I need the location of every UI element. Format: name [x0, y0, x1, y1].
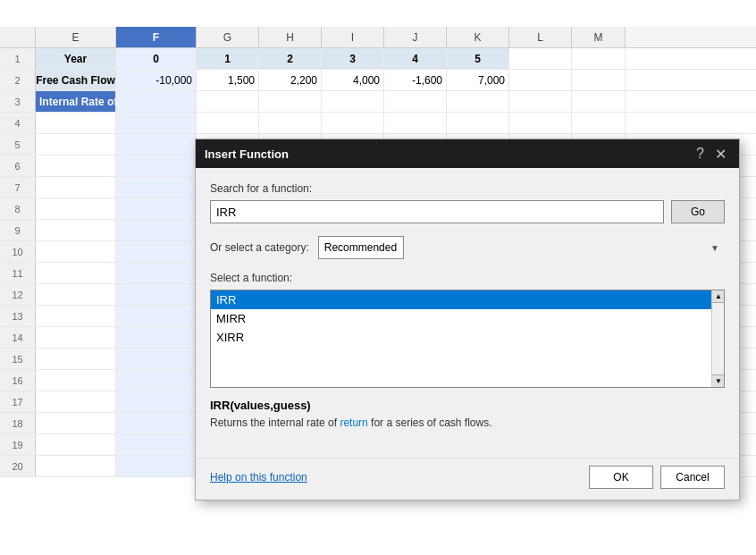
insert-function-dialog: Insert Function ? ✕ Search for a functio…: [195, 139, 740, 500]
row-number: 10: [0, 241, 36, 262]
row-number: 12: [0, 284, 36, 305]
select-function-label: Select a function:: [210, 272, 725, 284]
category-label: Or select a category:: [210, 241, 309, 254]
list-item[interactable]: MIRR: [211, 309, 724, 328]
cell-l2[interactable]: [509, 70, 572, 90]
row-number: 11: [0, 263, 36, 283]
col-header-e: E: [36, 27, 116, 47]
row-number: 6: [0, 156, 36, 176]
list-item[interactable]: XIRR: [211, 328, 724, 347]
cell-k1[interactable]: 5: [447, 48, 509, 69]
cell-h1[interactable]: 2: [259, 48, 322, 69]
cell-l3[interactable]: [509, 91, 572, 112]
function-description: Returns the internal rate of return for …: [210, 416, 725, 431]
cell-g2[interactable]: 1,500: [197, 70, 259, 90]
row-number: 9: [0, 220, 36, 240]
cell-e1[interactable]: Year: [36, 48, 116, 69]
col-header-j: J: [384, 27, 447, 47]
dialog-controls: ? ✕: [693, 146, 730, 163]
row-number: 18: [0, 413, 36, 433]
cell-e4[interactable]: [36, 113, 116, 133]
search-row: Go: [210, 200, 725, 223]
cell-f1[interactable]: 0: [116, 48, 197, 69]
category-select[interactable]: Recommended All Financial Date & Time Ma…: [318, 236, 404, 259]
cell-e5[interactable]: [36, 134, 116, 155]
row-number: 7: [0, 177, 36, 198]
row-number: 17: [0, 391, 36, 412]
table-row: 1 Year 0 1 2 3 4 5: [0, 48, 756, 70]
cell-m1[interactable]: [572, 48, 626, 69]
dialog-close-button[interactable]: ✕: [711, 146, 730, 163]
col-header-g: G: [197, 27, 259, 47]
cell-i2[interactable]: 4,000: [322, 70, 384, 90]
row-number: 2: [0, 70, 36, 90]
category-select-wrapper: Recommended All Financial Date & Time Ma…: [318, 236, 725, 259]
dialog-help-button[interactable]: ?: [693, 146, 708, 162]
cell-h2[interactable]: 2,200: [259, 70, 322, 90]
dialog-footer: Help on this function OK Cancel: [196, 458, 739, 500]
cell-i1[interactable]: 3: [322, 48, 384, 69]
function-signature: IRR(values,guess): [210, 399, 725, 412]
table-row: 3 Internal Rate of Return: [0, 91, 756, 113]
row-number: 13: [0, 306, 36, 326]
scrollbar-up-arrow[interactable]: ▲: [712, 290, 725, 303]
row-number: 20: [0, 456, 36, 476]
row-number: 1: [0, 48, 36, 69]
table-row: 4: [0, 113, 756, 134]
cell-m3[interactable]: [572, 91, 626, 112]
function-desc-highlight: return: [340, 416, 367, 429]
table-row: 2 Free Cash Flow -10,000 1,500 2,200 4,0…: [0, 70, 756, 91]
cell-g1[interactable]: 1: [197, 48, 259, 69]
cancel-button[interactable]: Cancel: [660, 466, 725, 489]
row-num-header: [0, 27, 36, 47]
cell-h3[interactable]: [259, 91, 322, 112]
col-header-i: I: [322, 27, 384, 47]
cell-j2[interactable]: -1,600: [384, 70, 447, 90]
row-number: 19: [0, 434, 36, 455]
row-number: 5: [0, 134, 36, 155]
cell-g3[interactable]: [197, 91, 259, 112]
cell-j1[interactable]: 4: [384, 48, 447, 69]
col-header-f: F: [116, 27, 197, 47]
function-info: IRR(values,guess) Returns the internal r…: [210, 399, 725, 431]
cell-l1[interactable]: [509, 48, 572, 69]
dialog-titlebar: Insert Function ? ✕: [196, 139, 739, 168]
cell-e3[interactable]: Internal Rate of Return: [36, 91, 116, 112]
col-header-h: H: [259, 27, 322, 47]
dialog-body: Search for a function: Go Or select a ca…: [196, 168, 739, 454]
cell-m2[interactable]: [572, 70, 626, 90]
search-input[interactable]: [210, 200, 664, 223]
go-button[interactable]: Go: [671, 200, 725, 223]
cell-f4[interactable]: [116, 113, 197, 133]
function-list-wrapper[interactable]: IRR MIRR XIRR ▲ ▼: [210, 290, 725, 388]
scrollbar-down-arrow[interactable]: ▼: [712, 374, 725, 387]
cell-f3[interactable]: [116, 91, 197, 112]
dialog-title: Insert Function: [205, 147, 289, 161]
row-number: 14: [0, 327, 36, 348]
col-header-l: L: [509, 27, 572, 47]
cell-f2[interactable]: -10,000: [116, 70, 197, 90]
col-header-m: M: [572, 27, 626, 47]
cell-j3[interactable]: [384, 91, 447, 112]
row-number: 3: [0, 91, 36, 112]
cell-k2[interactable]: 7,000: [447, 70, 509, 90]
row-number: 16: [0, 370, 36, 391]
ok-button[interactable]: OK: [589, 466, 653, 489]
cell-i3[interactable]: [322, 91, 384, 112]
function-list: IRR MIRR XIRR: [211, 290, 724, 347]
cell-e2[interactable]: Free Cash Flow: [36, 70, 116, 90]
row-number: 8: [0, 198, 36, 219]
cell-k3[interactable]: [447, 91, 509, 112]
column-headers: E F G H I J K L M: [0, 27, 756, 48]
category-row: Or select a category: Recommended All Fi…: [210, 236, 725, 259]
search-label: Search for a function:: [210, 182, 725, 195]
function-desc-pre: Returns the internal rate of: [210, 416, 340, 429]
col-header-k: K: [447, 27, 509, 47]
list-item[interactable]: IRR: [211, 290, 724, 309]
function-desc-post: for a series of cash flows.: [368, 416, 492, 429]
help-link[interactable]: Help on this function: [210, 471, 307, 484]
row-number: 4: [0, 113, 36, 133]
row-number: 15: [0, 349, 36, 369]
footer-buttons: OK Cancel: [589, 466, 725, 489]
